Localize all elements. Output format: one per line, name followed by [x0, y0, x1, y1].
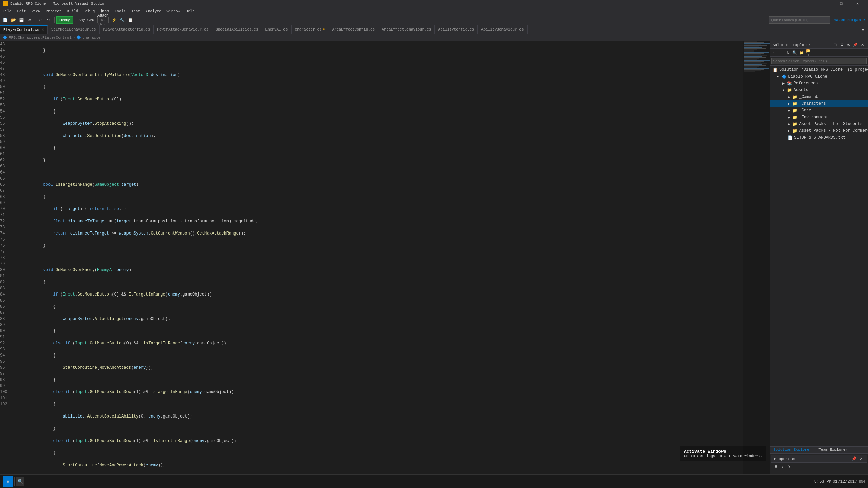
aw-title: Activate Windows	[684, 449, 762, 454]
toolbar-save[interactable]: 💾	[18, 16, 25, 24]
se-properties[interactable]: ⚙	[839, 42, 845, 48]
toolbar-save-all[interactable]: 🗂	[26, 16, 33, 24]
toolbar-btn3[interactable]: 📋	[127, 16, 134, 24]
tab-playerattack[interactable]: PlayerAttackConfig.cs	[100, 25, 154, 34]
tree-environment[interactable]: ▶ 📁 _Environment	[770, 114, 868, 121]
se-tab-team[interactable]: Team Explorer	[815, 447, 851, 453]
sep3	[75, 17, 75, 23]
close-button[interactable]: ✕	[850, 0, 865, 7]
se-new-folder[interactable]: 📂+	[805, 49, 811, 56]
assetpacks-students-label: Asset Packs - For Students	[799, 122, 862, 126]
menu-view[interactable]: View	[29, 7, 43, 15]
se-back[interactable]: ←	[771, 49, 777, 56]
menu-help[interactable]: Help	[183, 7, 197, 15]
prop-category[interactable]: ⊞	[773, 463, 779, 469]
ln-87: 87	[0, 310, 17, 316]
se-forward[interactable]: →	[778, 49, 784, 56]
minimap[interactable]	[743, 41, 770, 474]
minimize-button[interactable]: —	[817, 0, 833, 7]
maximize-button[interactable]: □	[833, 0, 849, 7]
tab-enemyai[interactable]: EnemyAI.cs	[262, 25, 292, 34]
tree-solution[interactable]: 📋 Solution 'Diablo RPG Clone' (1 project…	[770, 66, 868, 73]
tree-characters[interactable]: ▶ 📁 _Characters	[770, 100, 868, 107]
tab-areaeffectbehaviour[interactable]: AreaEffectBehaviour.cs	[378, 25, 435, 34]
menu-test[interactable]: Test	[129, 7, 143, 15]
tab-areaeffectconfig[interactable]: AreaEffectConfig.cs	[329, 25, 378, 34]
attach-unity-button[interactable]: ▶ Attach to Unity ▾	[99, 16, 107, 24]
ln-53: 53	[0, 102, 17, 108]
taskbar-search[interactable]: 🔍	[16, 477, 24, 486]
se-collapse-all[interactable]: ⊟	[832, 42, 838, 48]
tree-assets[interactable]: ▾ 📁 Assets	[770, 87, 868, 94]
tab-specialabilities[interactable]: SpecialAbilities.cs	[212, 25, 262, 34]
se-preview[interactable]: 👁	[846, 42, 852, 48]
toolbar-new[interactable]: 📄	[1, 16, 9, 24]
ln-72: 72	[0, 218, 17, 224]
ln-88: 88	[0, 316, 17, 322]
debug-start-button[interactable]: Debug	[56, 16, 73, 24]
tree-assetpacks-students[interactable]: ▶ 📁 Asset Packs - For Students	[770, 121, 868, 127]
prop-alpha[interactable]: ↕	[780, 463, 786, 469]
references-label: References	[793, 81, 818, 86]
ln-98: 98	[0, 377, 17, 383]
toolbar-btn2[interactable]: 🔧	[119, 16, 126, 24]
tab-abilitybehaviour[interactable]: AbilityBehaviour.cs	[478, 25, 527, 34]
toolbar-btn1[interactable]: ⚡	[111, 16, 118, 24]
menu-bar: File Edit View Project Build Debug Team …	[0, 7, 868, 15]
ln-78: 78	[0, 255, 17, 261]
ln-75: 75	[0, 237, 17, 243]
tab-powerattack[interactable]: PowerAttackBehaviour.cs	[154, 25, 212, 34]
code-content[interactable]: } void OnMouseOverPotentiallyWalkable(Ve…	[20, 41, 743, 474]
tree-cameraui[interactable]: ▶ 📁 _CameraUI	[770, 94, 868, 100]
start-button[interactable]: ⊞	[3, 476, 13, 487]
tab-playercontrol[interactable]: PlayerControl.cs ✕	[0, 25, 48, 34]
prop-pin[interactable]: 📌	[851, 456, 857, 462]
tree-assetpacks-commercial[interactable]: ▶ 📁 Asset Packs - Not For Commercial Use	[770, 127, 868, 134]
toolbar-undo[interactable]: ↩	[37, 16, 44, 24]
setup-label: SETUP & STANDARDS.txt	[794, 135, 845, 140]
menu-window[interactable]: Window	[164, 7, 183, 15]
tree-project[interactable]: ▾ 🔷 Diablo RPG Clone	[770, 73, 868, 80]
aw-subtitle: Go to Settings to activate Windows.	[684, 454, 762, 458]
menu-debug[interactable]: Debug	[81, 7, 97, 15]
core-label: _Core	[799, 108, 811, 113]
ln-100: 100	[0, 389, 17, 395]
menu-edit[interactable]: Edit	[14, 7, 28, 15]
menu-build[interactable]: Build	[64, 7, 81, 15]
sep5	[108, 17, 109, 23]
toolbar-open[interactable]: 📂	[9, 16, 17, 24]
ln-83: 83	[0, 285, 17, 291]
ln-48: 48	[0, 72, 17, 78]
se-close[interactable]: ✕	[859, 42, 865, 48]
tab-close-playercontrol[interactable]: ✕	[42, 26, 44, 34]
menu-analyze[interactable]: Analyze	[143, 7, 164, 15]
solution-label: Solution 'Diablo RPG Clone' (1 project)	[779, 67, 868, 72]
prop-help[interactable]: ?	[786, 463, 792, 469]
user-name[interactable]: Mazen Morgan ▾	[833, 18, 867, 22]
tab-abilityconfig[interactable]: AbilityConfig.cs	[435, 25, 478, 34]
se-show-all[interactable]: 📁	[798, 49, 805, 56]
se-tab-solution[interactable]: Solution Explorer	[770, 447, 815, 453]
environment-label: _Environment	[799, 115, 828, 120]
menu-project[interactable]: Project	[43, 7, 64, 15]
tab-character[interactable]: Character.cs ●	[292, 25, 329, 34]
se-pin[interactable]: 📌	[852, 42, 859, 48]
toolbar-redo[interactable]: ↪	[45, 16, 53, 24]
path-bar: 🔷 RPG.Characters.PlayerControl › 🔷 chara…	[0, 34, 868, 41]
se-filter[interactable]: 🔍	[792, 49, 798, 56]
ln-86: 86	[0, 304, 17, 310]
tree-references[interactable]: ▶ 📚 References	[770, 80, 868, 87]
menu-file[interactable]: File	[0, 7, 14, 15]
quick-launch-input[interactable]	[769, 16, 830, 24]
tab-selfheal[interactable]: SelfHealBehaviour.cs	[48, 25, 100, 34]
path-text: RPG.Characters.PlayerControl	[9, 36, 72, 40]
menu-tools[interactable]: Tools	[112, 7, 129, 15]
se-refresh[interactable]: ↻	[785, 49, 791, 56]
tree-setup-standards[interactable]: 📄 SETUP & STANDARDS.txt	[770, 134, 868, 141]
tree-core[interactable]: ▶ 📁 _Core	[770, 107, 868, 114]
tab-overflow-button[interactable]: ▾	[859, 26, 867, 34]
ln-56: 56	[0, 121, 17, 127]
solution-explorer-panel: Solution Explorer ⊟ ⚙ 👁 📌 ✕ ← → ↻ 🔍 📁 📂+	[770, 41, 868, 481]
prop-close[interactable]: ✕	[858, 456, 864, 462]
se-search-input[interactable]	[771, 58, 867, 64]
